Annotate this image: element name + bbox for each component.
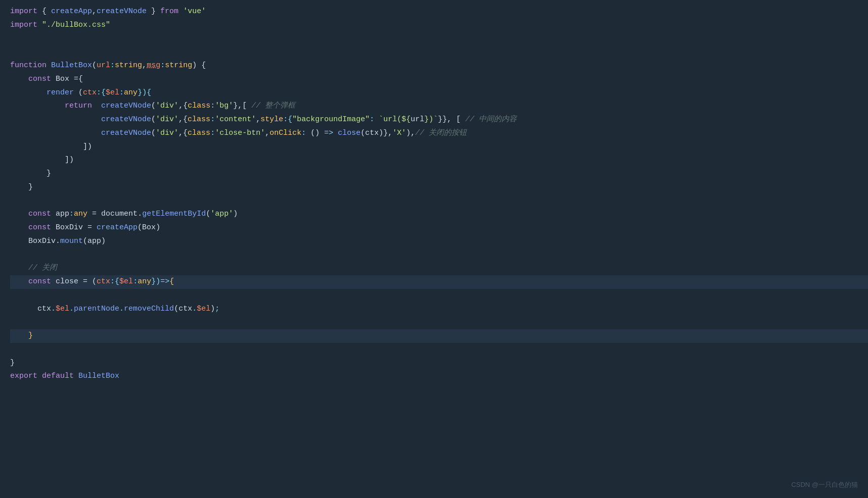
code-line-7: render (ctx:{$el:any}){: [10, 86, 868, 100]
code-line-5: function BulletBox(url:string,msg:string…: [10, 59, 868, 73]
code-line-18: BoxDiv.mount(app): [10, 235, 868, 248]
code-line-4: [10, 45, 868, 59]
code-line-24: [10, 316, 868, 329]
code-line-20: // 关闭: [10, 262, 868, 275]
code-line-27: }: [10, 357, 868, 370]
code-line-9: createVNode('div',{class:'content',style…: [10, 113, 868, 127]
code-line-28: export default BulletBox: [10, 370, 868, 383]
code-line-15: [10, 194, 868, 208]
code-line-26: [10, 343, 868, 357]
code-line-6: const Box ={: [10, 73, 868, 86]
code-line-23: ctx.$el.parentNode.removeChild(ctx.$el);: [10, 303, 868, 316]
code-line-13: }: [10, 167, 868, 181]
code-line-21: const close = (ctx:{$el:any})=>{: [10, 275, 868, 289]
code-line-22: [10, 289, 868, 303]
code-line-12: ]): [10, 154, 868, 167]
code-line-11: ]): [10, 140, 868, 154]
code-line-10: createVNode('div',{class:'close-btn',onC…: [10, 127, 868, 140]
code-line-25: }: [10, 329, 868, 343]
code-editor: import { createApp,createVNode } from 'v…: [0, 0, 868, 498]
code-line-1: import { createApp,createVNode } from 'v…: [10, 5, 868, 19]
code-line-19: [10, 248, 868, 262]
code-line-3: [10, 32, 868, 46]
code-line-14: }: [10, 181, 868, 194]
code-line-17: const BoxDiv = createApp(Box): [10, 221, 868, 235]
code-line-2: import "./bullBox.css": [10, 19, 868, 32]
code-line-8: return createVNode('div',{class:'bg'},[ …: [10, 99, 868, 113]
watermark: CSDN @一只白色的猫: [791, 480, 858, 490]
code-line-16: const app:any = document.getElementById(…: [10, 208, 868, 221]
